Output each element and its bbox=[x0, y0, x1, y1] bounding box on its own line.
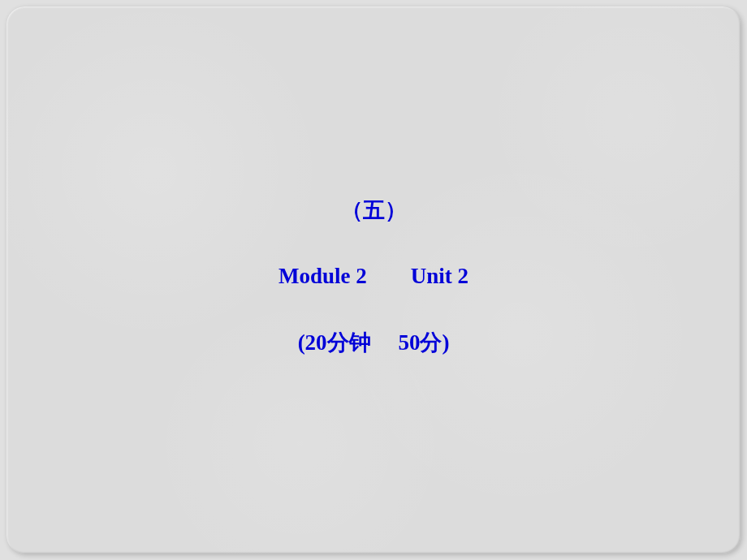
score-value: 50 bbox=[398, 330, 420, 355]
score-unit: 分 bbox=[420, 330, 442, 355]
duration-open: (20 bbox=[298, 330, 327, 355]
module-label: Module 2 bbox=[279, 264, 367, 288]
text-block: （五） Module 2 Unit 2 (20分钟 50分) bbox=[279, 196, 468, 357]
duration-score-line: (20分钟 50分) bbox=[279, 328, 468, 357]
slide-container: （五） Module 2 Unit 2 (20分钟 50分) bbox=[6, 6, 741, 554]
close-paren: ) bbox=[442, 330, 449, 355]
unit-label: Unit 2 bbox=[411, 264, 468, 288]
duration-unit: 分钟 bbox=[327, 330, 371, 355]
module-unit-line: Module 2 Unit 2 bbox=[279, 264, 468, 289]
section-number: （五） bbox=[279, 196, 468, 225]
